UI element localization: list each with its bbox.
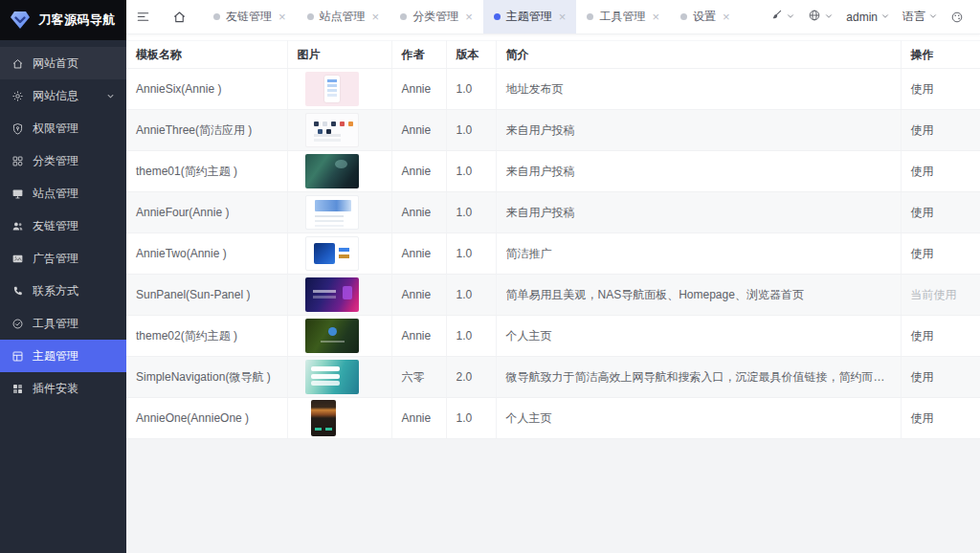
topbar-right: admin 语言 — [766, 0, 980, 33]
close-icon[interactable]: × — [559, 11, 567, 23]
use-button[interactable]: 使用 — [911, 411, 934, 425]
content-area: 模板名称图片作者版本简介操作 AnnieSix(Annie )Annie1.0地… — [126, 34, 980, 553]
image-icon — [11, 252, 24, 265]
close-icon[interactable]: × — [652, 11, 659, 23]
close-icon[interactable]: × — [723, 11, 730, 23]
template-thumbnail — [305, 319, 359, 353]
tab-friend-links[interactable]: 友链管理× — [203, 0, 297, 33]
collapse-menu-icon[interactable] — [126, 0, 159, 33]
use-button[interactable]: 使用 — [911, 329, 934, 343]
sidebar-item-home[interactable]: 网站首页 — [0, 47, 126, 79]
template-version: 1.0 — [446, 110, 496, 151]
users-icon — [11, 219, 24, 232]
sidebar-item-label: 网站信息 — [33, 88, 78, 104]
sidebar-item-label: 主题管理 — [33, 348, 78, 365]
theme-palette-icon[interactable] — [947, 11, 968, 24]
template-version: 1.0 — [446, 151, 496, 192]
table-row: theme01(简约主题 )Annie1.0来自用户投稿使用 — [126, 151, 980, 192]
template-image-cell — [287, 275, 391, 316]
template-name: AnnieTwo(Annie ) — [126, 233, 287, 275]
table-header-row: 模板名称图片作者版本简介操作 — [126, 41, 980, 69]
template-name: theme02(简约主题 ) — [126, 316, 287, 357]
table-row: AnnieOne(AnnieOne )Annie1.0个人主页使用 — [126, 398, 980, 439]
user-menu[interactable]: admin — [842, 11, 894, 24]
template-thumbnail — [305, 113, 359, 147]
sidebar-item-site-info[interactable]: 网站信息 — [0, 79, 126, 112]
globe-menu[interactable] — [804, 9, 837, 25]
sidebar-item-themes[interactable]: 主题管理 — [0, 340, 126, 372]
use-button[interactable]: 使用 — [911, 123, 934, 137]
tab-sites[interactable]: 站点管理× — [297, 0, 390, 33]
sidebar-item-tools[interactable]: 工具管理 — [0, 307, 126, 340]
table-row: AnnieTwo(Annie )Annie1.0简洁推广使用 — [126, 233, 980, 275]
use-button[interactable]: 使用 — [911, 247, 934, 260]
sidebar-menu: 网站首页网站信息权限管理分类管理站点管理友链管理广告管理联系方式工具管理主题管理… — [0, 40, 126, 405]
column-header: 作者 — [391, 41, 446, 69]
tab-themes[interactable]: 主题管理× — [483, 0, 577, 33]
template-version: 1.0 — [446, 233, 496, 275]
column-header: 图片 — [287, 41, 391, 69]
template-thumbnail — [305, 360, 359, 394]
chevron-down-icon — [928, 11, 938, 24]
table-row: SunPanel(Sun-Panel )Annie1.0简单易用且美观，NAS导… — [126, 275, 980, 316]
template-author: 六零 — [391, 357, 446, 398]
template-name: SimpleNavigation(微导航 ) — [126, 357, 287, 398]
tab-status-dot — [494, 13, 501, 20]
home-tab-icon[interactable] — [163, 0, 195, 33]
plugin-icon — [11, 382, 24, 395]
app-title: 刀客源码导航 — [38, 11, 116, 29]
sidebar-item-label: 工具管理 — [33, 316, 78, 332]
close-icon[interactable]: × — [465, 11, 473, 23]
app-root: 刀客源码导航 网站首页网站信息权限管理分类管理站点管理友链管理广告管理联系方式工… — [0, 0, 980, 553]
sidebar-item-label: 权限管理 — [33, 121, 78, 137]
tab-tools[interactable]: 工具管理× — [576, 0, 670, 33]
language-menu[interactable]: 语言 — [899, 9, 942, 25]
action-cell: 当前使用 — [901, 275, 980, 316]
action-cell: 使用 — [901, 233, 980, 275]
template-image-cell — [287, 110, 391, 151]
template-version: 1.0 — [446, 316, 496, 357]
template-description: 个人主页 — [496, 398, 901, 439]
gear-icon — [11, 89, 24, 102]
template-description: 地址发布页 — [496, 69, 901, 110]
close-icon[interactable]: × — [372, 11, 380, 23]
tab-categories[interactable]: 分类管理× — [390, 0, 483, 33]
template-version: 1.0 — [446, 192, 496, 233]
use-button[interactable]: 使用 — [911, 370, 934, 384]
sidebar: 刀客源码导航 网站首页网站信息权限管理分类管理站点管理友链管理广告管理联系方式工… — [0, 0, 126, 553]
tab-status-dot — [680, 13, 687, 20]
sidebar-item-label: 分类管理 — [33, 153, 78, 169]
use-button[interactable]: 使用 — [911, 206, 934, 219]
template-thumbnail — [305, 277, 359, 312]
template-thumbnail — [305, 154, 359, 188]
use-button[interactable]: 使用 — [911, 165, 934, 178]
template-image-cell — [287, 357, 391, 398]
sidebar-item-sites[interactable]: 站点管理 — [0, 177, 126, 210]
use-button[interactable]: 使用 — [911, 82, 934, 96]
app-logo: 刀客源码导航 — [0, 0, 126, 40]
template-version: 1.0 — [446, 69, 496, 110]
template-thumbnail — [311, 400, 336, 436]
sidebar-item-plugins[interactable]: 插件安装 — [0, 372, 126, 405]
tab-label: 站点管理 — [320, 9, 366, 25]
sidebar-item-categories[interactable]: 分类管理 — [0, 144, 126, 177]
clear-cache-menu[interactable] — [766, 9, 799, 25]
template-description: 微导航致力于简洁高效上网导航和搜索入口，沉淀最具价值链接，简约而不简单 — [496, 357, 901, 398]
tab-label: 工具管理 — [599, 9, 645, 25]
phone-icon — [11, 284, 24, 298]
user-name: admin — [846, 11, 878, 24]
action-cell: 使用 — [901, 110, 980, 151]
template-author: Annie — [391, 233, 446, 275]
close-icon[interactable]: × — [278, 11, 286, 23]
sidebar-item-ads[interactable]: 广告管理 — [0, 242, 126, 275]
template-name: AnnieOne(AnnieOne ) — [126, 398, 287, 439]
check-circle-icon — [11, 317, 24, 330]
action-cell: 使用 — [901, 357, 980, 398]
sidebar-item-label: 广告管理 — [33, 251, 78, 267]
sidebar-item-friend-links[interactable]: 友链管理 — [0, 210, 126, 242]
sidebar-item-contact[interactable]: 联系方式 — [0, 275, 126, 307]
sidebar-item-permissions[interactable]: 权限管理 — [0, 112, 126, 144]
tab-status-dot — [213, 13, 220, 20]
themes-table: 模板名称图片作者版本简介操作 AnnieSix(Annie )Annie1.0地… — [126, 40, 980, 439]
tab-settings[interactable]: 设置× — [670, 0, 741, 33]
